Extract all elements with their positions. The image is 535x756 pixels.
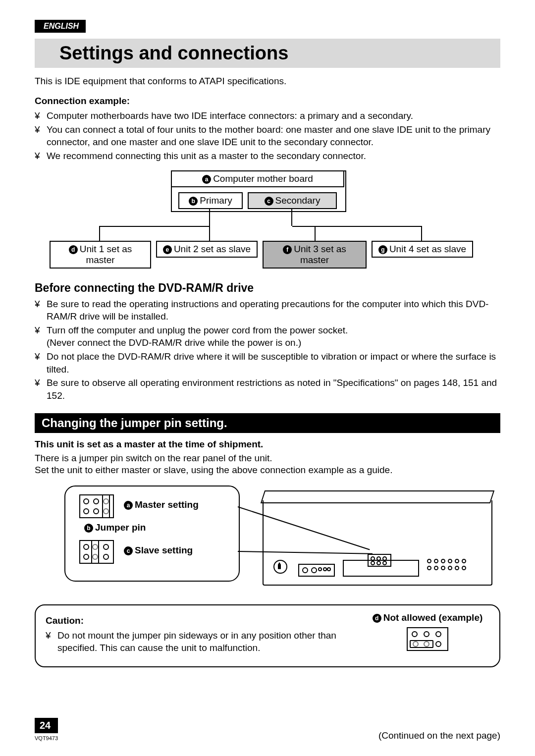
caution-box: Caution: Do not mount the jumper pin sid… xyxy=(35,604,500,667)
diagram-label: Secondary xyxy=(275,195,321,206)
diagram-secondary: cSecondary xyxy=(248,192,337,209)
device-rear-panel-icon xyxy=(263,500,492,586)
diagram-primary: bPrimary xyxy=(178,192,243,209)
caution-heading: Caution: xyxy=(46,615,356,626)
badge-icon: b xyxy=(189,197,198,206)
before-connecting-list: Be sure to read the operating instructio… xyxy=(35,298,500,402)
page-title: Settings and connections xyxy=(59,43,496,64)
bullet: Be sure to read the operating instructio… xyxy=(35,298,500,323)
language-badge: ENGLISH xyxy=(35,20,86,33)
section-heading-band: Changing the jumper pin setting. xyxy=(35,413,500,433)
jumper-master-label: Master setting xyxy=(135,499,199,510)
badge-icon: f xyxy=(283,245,292,254)
bullet: Be sure to observe all operating environ… xyxy=(35,377,500,402)
diagram-label: Primary xyxy=(200,195,232,206)
bullet: You can connect a total of four units to… xyxy=(35,123,500,149)
connection-diagram: aComputer mother board bPrimary cSeconda… xyxy=(50,170,485,270)
badge-icon: d xyxy=(69,245,78,254)
diagram-unit: gUnit 4 set as slave xyxy=(372,241,473,258)
page-footer: 24 VQT9473 (Continued on the next page) xyxy=(35,718,500,741)
jumper-line-3: Set the unit to either master or slave, … xyxy=(35,465,500,476)
diagram-unit: dUnit 1 set as master xyxy=(50,241,151,269)
connection-example-heading: Connection example: xyxy=(35,96,500,107)
intro-text: This is IDE equipment that conforms to A… xyxy=(35,76,500,87)
sub-note: (Never connect the DVD-RAM/R drive while… xyxy=(47,337,301,348)
bullet: Do not place the DVD-RAM/R drive where i… xyxy=(35,350,500,376)
not-allowed-label: Not allowed (example) xyxy=(383,612,483,623)
doc-code: VQT9473 xyxy=(35,735,58,741)
diagram-motherboard: aComputer mother board xyxy=(171,170,344,187)
caution-bullet: Do not mount the jumper pin sideways or … xyxy=(46,629,356,654)
badge-icon: a xyxy=(124,501,133,510)
page-number: 24 xyxy=(35,718,58,733)
continued-note: (Continued on the next page) xyxy=(378,730,500,741)
badge-icon: c xyxy=(124,546,133,555)
badge-icon: a xyxy=(202,175,211,184)
diagram-unit: fUnit 3 set as master xyxy=(263,241,367,269)
diagram-label: Unit 4 set as slave xyxy=(389,244,466,254)
title-bar: Settings and connections xyxy=(35,39,500,68)
diagram-label: Unit 2 set as slave xyxy=(174,244,251,254)
badge-icon: e xyxy=(163,245,172,254)
bullet: Turn off the computer and unplug the pow… xyxy=(35,324,500,349)
diagram-label: Unit 1 set as master xyxy=(80,244,132,265)
connection-example-list: Computer motherboards have two IDE inter… xyxy=(35,109,500,162)
diagram-label: Computer mother board xyxy=(213,173,313,184)
bullet: Computer motherboards have two IDE inter… xyxy=(35,109,500,122)
bullet: We recommend connecting this unit as a m… xyxy=(35,150,500,162)
badge-icon: g xyxy=(378,245,387,254)
badge-icon: d xyxy=(373,614,381,623)
jumper-pin-label: Jumper pin xyxy=(95,522,146,533)
diagram-label: Unit 3 set as master xyxy=(294,244,346,265)
jumper-line-2: There is a jumper pin switch on the rear… xyxy=(35,453,500,464)
badge-icon: b xyxy=(84,524,93,533)
jumper-bold-line: This unit is set as a master at the time… xyxy=(35,439,500,450)
jumper-slave-label: Slave setting xyxy=(135,545,193,555)
badge-icon: c xyxy=(265,197,273,206)
before-connecting-heading: Before connecting the DVD-RAM/R drive xyxy=(35,281,500,295)
diagram-unit: eUnit 2 set as slave xyxy=(156,241,258,258)
jumper-diagram: aMaster setting bJumper pin cSlave setti… xyxy=(64,486,500,594)
not-allowed-pins-icon xyxy=(407,627,448,651)
